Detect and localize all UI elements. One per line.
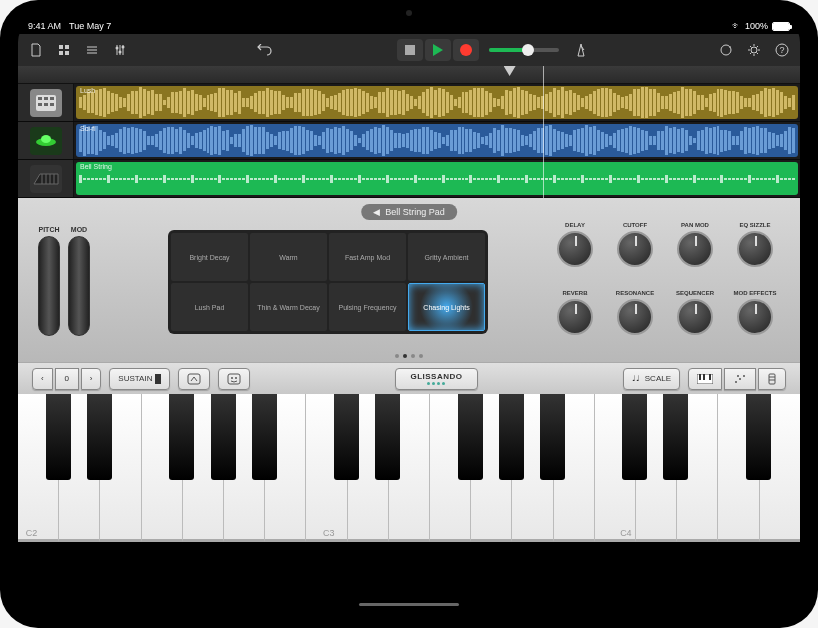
preset-gritty-ambient[interactable]: Gritty Ambient [408,233,485,281]
preset-fast-amp-mod[interactable]: Fast Amp Mod [329,233,406,281]
glissando-button[interactable]: GLISSANDO [395,368,477,390]
mod-effects-knob[interactable] [737,299,773,335]
help-button[interactable]: ? [770,38,794,62]
tracks-area: Lush Sci-fi [18,84,800,198]
piano-keyboard[interactable]: C2 C3 C4 [18,394,800,542]
my-songs-button[interactable] [24,38,48,62]
octave-up-button[interactable]: › [81,368,102,390]
pan-mod-knob[interactable] [677,231,713,267]
knob-label: CUTOFF [623,222,647,228]
mod-wheel[interactable] [68,236,90,336]
knob-label: REVERB [562,290,587,296]
black-key[interactable] [458,394,483,480]
record-icon [460,44,472,56]
settings-button[interactable] [742,38,766,62]
svg-point-10 [116,47,119,50]
black-key[interactable] [169,394,194,480]
stop-button[interactable] [397,39,423,61]
browser-button[interactable] [52,38,76,62]
keyboard-size-button[interactable] [758,368,786,390]
undo-button[interactable] [253,38,277,62]
octave-stepper[interactable]: ‹ 0 › [32,368,101,390]
preset-lush-pad[interactable]: Lush Pad [171,283,248,331]
svg-point-41 [743,375,745,377]
scale-button[interactable]: ♩♩ SCALE [623,368,680,390]
track-row[interactable]: Lush [18,84,800,122]
black-key[interactable] [46,394,71,480]
mixer-button[interactable] [108,38,132,62]
delay-knob[interactable] [557,231,593,267]
svg-point-33 [231,377,233,379]
battery-icon [772,22,790,31]
track-row[interactable]: Bell String [18,160,800,198]
preset-pulsing-frequency[interactable]: Pulsing Frequency [329,283,406,331]
keyboard-controls-bar: ‹ 0 › SUSTAIN GLISSANDO ♩♩ SCALE [18,362,800,394]
black-key[interactable] [211,394,236,480]
svg-point-34 [235,377,237,379]
black-key[interactable] [87,394,112,480]
pitch-wheel[interactable] [38,236,60,336]
keyboard-icon [30,165,62,193]
svg-rect-0 [59,45,63,49]
preset-thin-&-warm-decay[interactable]: Thin & Warm Decay [250,283,327,331]
preset-chasing-lights[interactable]: Chasing Lights [408,283,485,331]
svg-rect-19 [38,97,42,100]
status-date: Tue May 7 [69,21,111,31]
track-header[interactable] [18,84,74,121]
svg-text:?: ? [780,45,785,55]
preset-warm[interactable]: Warm [250,233,327,281]
timeline-ruler[interactable] [18,66,800,84]
preset-bright-decay[interactable]: Bright Decay [171,233,248,281]
black-key[interactable] [252,394,277,480]
home-indicator[interactable] [359,603,459,606]
svg-rect-31 [188,374,200,384]
svg-rect-21 [50,97,54,100]
black-key[interactable] [540,394,565,480]
octave-down-button[interactable]: ‹ [32,368,53,390]
svg-point-40 [739,378,741,380]
track-region[interactable]: Bell String [74,160,800,197]
black-key[interactable] [334,394,359,480]
track-header[interactable] [18,122,74,159]
svg-rect-38 [709,374,711,380]
octave-value: 0 [55,368,79,390]
knob-label: EQ SIZZLE [739,222,770,228]
svg-rect-20 [44,97,48,100]
cutoff-knob[interactable] [617,231,653,267]
black-key[interactable] [375,394,400,480]
battery-percent: 100% [745,21,768,31]
metronome-button[interactable] [569,38,593,62]
drum-machine-icon [30,89,62,117]
svg-point-39 [735,381,737,383]
resonance-knob[interactable] [617,299,653,335]
track-row[interactable]: Sci-fi [18,122,800,160]
svg-rect-37 [703,374,705,380]
black-key[interactable] [746,394,771,480]
tracks-view-button[interactable] [80,38,104,62]
svg-point-26 [41,135,51,143]
black-key[interactable] [622,394,647,480]
sequencer-knob[interactable] [677,299,713,335]
stop-icon [405,45,415,55]
octave-label: C2 [26,528,38,538]
sustain-button[interactable]: SUSTAIN [109,368,169,390]
track-region[interactable]: Lush [74,84,800,121]
master-volume-slider[interactable] [489,48,559,52]
keyboard-split-button[interactable] [724,368,756,390]
track-header[interactable] [18,160,74,197]
black-key[interactable] [499,394,524,480]
playhead-marker[interactable] [504,66,516,76]
svg-rect-3 [65,51,69,55]
black-key[interactable] [663,394,688,480]
chord-button[interactable] [218,368,250,390]
loop-button[interactable] [714,38,738,62]
reverb-knob[interactable] [557,299,593,335]
keyboard-layout-button[interactable] [688,368,722,390]
arpeggiator-button[interactable] [178,368,210,390]
record-button[interactable] [453,39,479,61]
patch-selector[interactable]: ◀ Bell String Pad [361,204,457,220]
track-region[interactable]: Sci-fi [74,122,800,159]
play-button[interactable] [425,39,451,61]
page-indicator[interactable] [395,354,423,358]
eq-sizzle-knob[interactable] [737,231,773,267]
